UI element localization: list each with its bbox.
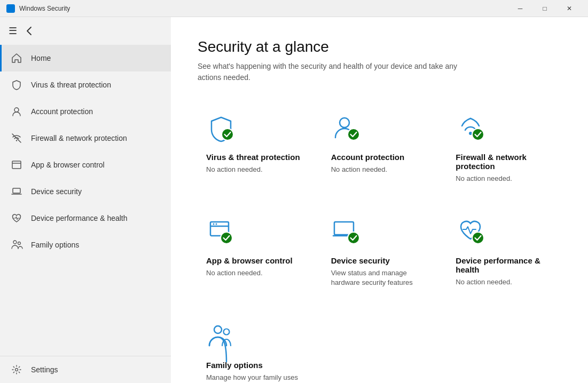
shield-nav-icon (11, 79, 22, 91)
sidebar-top: ☰ (0, 17, 171, 45)
sidebar-label-device-health: Device performance & health (31, 214, 128, 222)
svg-point-0 (14, 108, 19, 112)
titlebar-title: Windows Security (19, 5, 508, 12)
back-button[interactable] (23, 25, 35, 37)
window-controls: ─ □ ✕ (508, 0, 582, 17)
sidebar-label-app: App & browser control (31, 161, 105, 169)
svg-rect-5 (13, 188, 20, 193)
device-health-card-icon (456, 217, 488, 249)
page-title: Security at a glance (198, 38, 561, 55)
app-card-desc: No action needed. (206, 268, 303, 278)
card-device-security[interactable]: Device security View status and manage h… (323, 208, 437, 296)
laptop-nav-icon (11, 186, 22, 197)
sidebar-item-account[interactable]: Account protection (0, 98, 171, 125)
app-icon (6, 4, 15, 13)
sidebar-item-virus[interactable]: Virus & threat protection (0, 71, 171, 98)
firewall-card-icon (456, 113, 488, 145)
family-card-icon (206, 321, 238, 353)
device-security-card-desc: View status and manage hardware security… (331, 268, 428, 288)
svg-point-16 (473, 129, 483, 140)
sidebar-label-device-security: Device security (31, 187, 82, 196)
titlebar: Windows Security ─ □ ✕ (0, 0, 588, 17)
person-nav-icon (11, 106, 22, 117)
sidebar-item-settings[interactable]: Settings (0, 356, 171, 383)
account-card-desc: No action needed. (331, 165, 428, 174)
family-card-title: Family options (206, 361, 303, 370)
card-family[interactable]: Family options Manage how your family us… (198, 313, 312, 383)
sidebar: ☰ Home Vi (0, 17, 171, 383)
svg-point-22 (221, 233, 232, 243)
svg-point-6 (13, 241, 17, 244)
account-card-icon (331, 113, 363, 145)
svg-point-28 (473, 233, 483, 243)
card-app[interactable]: App & browser control No action needed. (198, 208, 312, 296)
virus-card-desc: No action needed. (206, 165, 303, 174)
svg-point-10 (222, 129, 233, 140)
account-card-title: Account protection (331, 153, 428, 162)
svg-rect-3 (12, 161, 21, 169)
main-content: Security at a glance See what's happenin… (171, 17, 588, 383)
sidebar-item-home[interactable]: Home (0, 45, 171, 71)
close-button[interactable]: ✕ (557, 0, 582, 17)
svg-point-1 (16, 140, 17, 141)
heart-nav-icon (11, 212, 22, 224)
app-body: ☰ Home Vi (0, 17, 588, 383)
card-virus[interactable]: Virus & threat protection No action need… (198, 105, 312, 192)
svg-point-30 (224, 329, 230, 334)
virus-card-title: Virus & threat protection (206, 153, 303, 162)
gear-icon (11, 364, 22, 376)
card-device-health[interactable]: Device performance & health No action ne… (447, 208, 561, 296)
device-health-card-desc: No action needed. (456, 277, 553, 287)
card-firewall[interactable]: Firewall & network protection No action … (447, 105, 561, 192)
cards-grid: Virus & threat protection No action need… (198, 105, 561, 383)
device-security-card-title: Device security (331, 256, 428, 265)
sidebar-label-home: Home (31, 54, 51, 62)
hamburger-button[interactable]: ☰ (9, 25, 17, 37)
card-account[interactable]: Account protection No action needed. (323, 105, 437, 192)
device-security-card-icon (331, 217, 363, 249)
app-card-title: App & browser control (206, 256, 303, 265)
settings-label: Settings (31, 365, 58, 374)
family-card-desc: Manage how your family uses their device… (206, 373, 303, 383)
sidebar-bottom: Settings (0, 356, 171, 383)
maximize-button[interactable]: □ (532, 0, 557, 17)
firewall-card-desc: No action needed. (456, 174, 553, 183)
home-icon (11, 52, 22, 64)
sidebar-item-device-security[interactable]: Device security (0, 178, 171, 205)
svg-point-29 (214, 326, 222, 333)
svg-point-7 (18, 242, 21, 245)
minimize-button[interactable]: ─ (508, 0, 532, 17)
sidebar-label-virus: Virus & threat protection (31, 81, 111, 89)
browser-nav-icon (11, 159, 22, 171)
sidebar-nav: Home Virus & threat protection (0, 45, 171, 258)
sidebar-item-app[interactable]: App & browser control (0, 151, 171, 178)
sidebar-item-device-health[interactable]: Device performance & health (0, 205, 171, 232)
family-nav-icon (11, 239, 22, 251)
firewall-card-title: Firewall & network protection (456, 153, 553, 171)
svg-point-11 (340, 118, 349, 127)
svg-point-13 (348, 129, 359, 140)
sidebar-item-family[interactable]: Family options (0, 232, 171, 258)
svg-point-8 (15, 369, 18, 371)
sidebar-label-account: Account protection (31, 107, 93, 116)
page-subtitle: See what's happening with the security a… (198, 61, 465, 83)
sidebar-label-firewall: Firewall & network protection (31, 134, 127, 142)
sidebar-item-firewall[interactable]: Firewall & network protection (0, 125, 171, 151)
app-card-icon (206, 217, 238, 249)
svg-point-26 (348, 233, 359, 243)
sidebar-label-family: Family options (31, 241, 79, 249)
virus-card-icon (206, 113, 238, 145)
device-health-card-title: Device performance & health (456, 256, 553, 274)
wifi-nav-icon (11, 132, 22, 144)
